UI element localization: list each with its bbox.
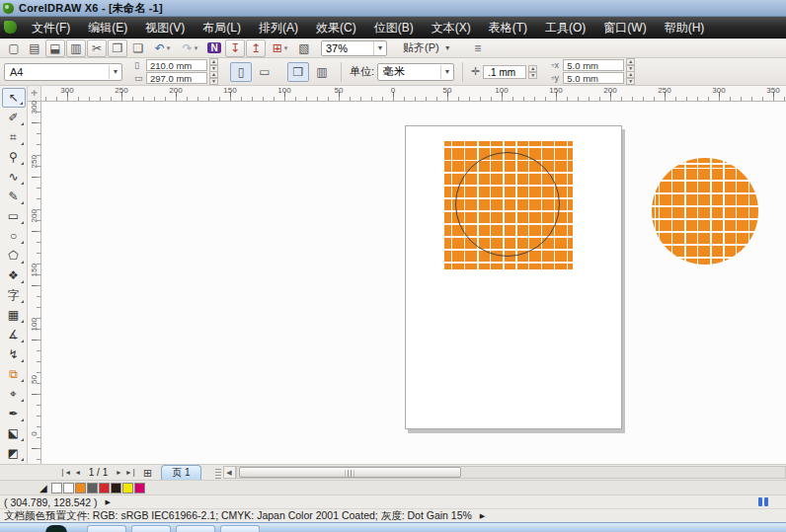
taskbar-button[interactable] <box>220 525 260 532</box>
interactive-fill-tool[interactable]: ◩ <box>2 443 26 463</box>
previous-page-button[interactable]: ◂ <box>73 466 83 480</box>
splitter-handle[interactable] <box>215 467 221 479</box>
units-select[interactable]: 毫米 ▼ <box>377 63 454 81</box>
menu-item[interactable]: 布局(L) <box>194 17 250 38</box>
menu-item[interactable]: 效果(C) <box>307 17 365 38</box>
duplicate-x-stepper[interactable]: ▲▼ <box>626 58 635 72</box>
status-expander-icon[interactable]: ▶ <box>480 512 485 520</box>
orange-grid-circle[interactable] <box>652 158 758 265</box>
outline-pen-tool[interactable]: ✒ <box>2 404 26 423</box>
nudge-input[interactable]: .1 mm <box>483 65 526 79</box>
menu-item[interactable]: 工具(O) <box>536 17 594 38</box>
palette-swatch-red[interactable] <box>99 483 110 494</box>
status-expander-icon[interactable]: ▶ <box>106 498 111 506</box>
palette-swatch-dark[interactable] <box>111 483 121 494</box>
pick-tool[interactable]: ↖ <box>2 88 26 108</box>
search-content-icon[interactable]: N <box>204 39 224 57</box>
palette-swatch-gray[interactable] <box>87 483 98 494</box>
next-page-button[interactable]: ▸ <box>114 466 123 480</box>
palette-swatch-orange[interactable] <box>75 483 86 494</box>
duplicate-y-input[interactable]: 5.0 mm <box>563 72 624 84</box>
chevron-down-icon[interactable]: ▼ <box>440 65 453 79</box>
width-stepper[interactable]: ▲▼ <box>209 58 218 72</box>
no-color-swatch[interactable] <box>51 483 62 494</box>
fill-tool[interactable]: ⬕ <box>2 423 26 443</box>
menu-item[interactable]: 文件(F) <box>23 17 79 38</box>
menu-item[interactable]: 窗口(W) <box>594 17 655 38</box>
taskbar-button[interactable] <box>176 525 215 532</box>
chevron-down-icon[interactable]: ▼ <box>109 65 121 79</box>
palette-swatch-white[interactable] <box>63 483 74 494</box>
polygon-tool[interactable]: ⬠ <box>2 246 26 266</box>
last-page-button[interactable]: ▸❘ <box>123 466 140 480</box>
dimension-tool[interactable]: ∡ <box>2 325 26 344</box>
page-tab[interactable]: 页 1 <box>161 465 200 480</box>
zoom-level-combo[interactable]: ▼ <box>321 40 387 56</box>
rectangle-tool[interactable]: ▭ <box>2 206 26 226</box>
palette-swatch-yellow[interactable] <box>122 483 133 494</box>
horizontal-scrollbar[interactable] <box>236 466 786 479</box>
chevron-down-icon[interactable]: ▼ <box>373 41 386 55</box>
palette-swatch-magenta[interactable] <box>134 483 145 494</box>
add-page-button[interactable]: ⊞ <box>140 466 155 480</box>
duplicate-y-stepper[interactable]: ▲▼ <box>626 71 635 85</box>
start-orb-icon[interactable] <box>45 525 67 532</box>
zoom-tool[interactable]: ⚲ <box>2 147 26 167</box>
menu-item[interactable]: 排列(A) <box>250 17 307 38</box>
page-height-input[interactable]: 297.0 mm <box>146 72 207 84</box>
cut-icon[interactable]: ✂ <box>87 39 107 57</box>
duplicate-x-input[interactable]: 5.0 mm <box>563 59 624 71</box>
current-page-button[interactable]: ▥ <box>311 62 333 82</box>
height-stepper[interactable]: ▲▼ <box>209 71 218 85</box>
blend-tool[interactable]: ⧉ <box>2 364 26 384</box>
welcome-screen-icon[interactable]: ▧ <box>294 39 314 57</box>
scroll-left-icon[interactable]: ◀ <box>223 466 236 479</box>
freehand-tool[interactable]: ∿ <box>2 167 26 187</box>
import-icon[interactable]: ↧ <box>225 39 245 57</box>
open-icon[interactable]: ▤ <box>25 39 44 57</box>
smart-drawing-tool[interactable]: ✎ <box>2 187 26 206</box>
menu-item[interactable]: 表格(T) <box>480 17 536 38</box>
copy-icon[interactable]: ❐ <box>108 39 127 57</box>
menu-item[interactable]: 位图(B) <box>365 17 423 38</box>
table-tool[interactable]: ▦ <box>2 305 26 325</box>
all-pages-button[interactable]: ❒ <box>287 62 309 82</box>
redo-icon[interactable]: ↷ <box>177 39 203 57</box>
taskbar-button[interactable] <box>87 525 126 532</box>
circle-outline-shape[interactable] <box>455 152 560 257</box>
ellipse-tool[interactable]: ○ <box>2 226 26 246</box>
nudge-stepper[interactable]: ▲▼ <box>528 65 537 79</box>
page-width-input[interactable]: 210.0 mm <box>146 59 207 71</box>
save-icon[interactable]: ⬓ <box>45 39 65 57</box>
palette-eyedropper-icon[interactable]: ◢ <box>39 483 47 494</box>
color-eyedropper-tool[interactable]: ⌖ <box>2 384 26 404</box>
paper-size-select[interactable]: A4 ▼ <box>4 63 122 81</box>
chevron-down-icon[interactable]: ▼ <box>441 41 454 55</box>
new-document-icon[interactable]: ▢ <box>4 39 24 57</box>
zoom-level-input[interactable] <box>322 42 373 54</box>
options-icon[interactable]: ≡ <box>468 39 488 57</box>
text-tool[interactable]: 字 <box>2 285 26 305</box>
landscape-button[interactable]: ▭ <box>254 62 275 82</box>
menu-item[interactable]: 视图(V) <box>136 17 194 38</box>
crop-tool[interactable]: ⌗ <box>2 127 26 147</box>
document-logo-icon[interactable] <box>4 21 17 34</box>
undo-icon[interactable]: ↶ <box>149 39 176 57</box>
menu-item[interactable]: 编辑(E) <box>79 17 136 38</box>
portrait-button[interactable]: ▯ <box>230 62 252 82</box>
snap-to-button[interactable]: 贴齐(P) ▼ <box>398 40 459 56</box>
drawing-canvas[interactable] <box>41 102 786 464</box>
connector-tool[interactable]: ↯ <box>2 344 26 364</box>
basic-shapes-tool[interactable]: ❖ <box>2 266 26 285</box>
first-page-button[interactable]: ❘◂ <box>56 466 73 480</box>
scrollbar-thumb[interactable] <box>239 467 461 478</box>
horizontal-ruler[interactable]: 30025020015010050050100150200250300350 <box>41 86 786 102</box>
taskbar-button[interactable] <box>131 525 171 532</box>
shape-tool[interactable]: ✐ <box>2 108 26 127</box>
menu-item[interactable]: 帮助(H) <box>656 17 714 38</box>
paste-icon[interactable]: ❏ <box>128 39 148 57</box>
vertical-ruler[interactable]: 300250200150100500 <box>28 102 41 464</box>
print-icon[interactable]: ▥ <box>66 39 86 57</box>
ruler-origin-icon[interactable]: ✛ <box>28 86 41 102</box>
menu-item[interactable]: 文本(X) <box>423 17 480 38</box>
